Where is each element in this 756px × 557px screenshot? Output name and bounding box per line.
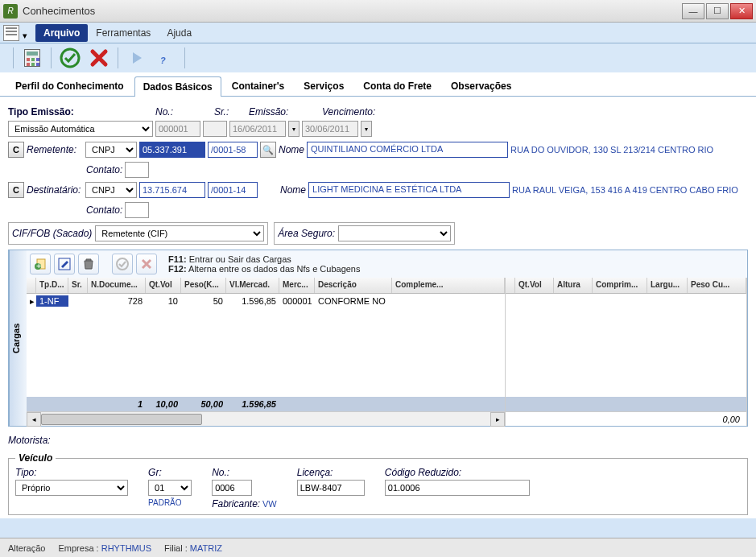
remetente-cnpj-a-input[interactable] xyxy=(139,142,205,158)
cargas-add-button[interactable]: + xyxy=(30,254,51,274)
destinatario-nome-display: LIGHT MEDICINA E ESTÉTICA LTDA xyxy=(308,182,510,198)
play-button[interactable] xyxy=(125,46,149,70)
destinatario-cnpj-b-input[interactable] xyxy=(208,182,258,198)
menu-ferramentas[interactable]: Ferramentas xyxy=(88,24,159,42)
tab-conta-frete[interactable]: Conta do Frete xyxy=(354,76,440,96)
hint-f12: F12: Alterna entre os dados das Nfs e Cu… xyxy=(168,264,361,274)
motorista-label: Motorista: xyxy=(8,435,51,446)
veiculo-fieldset: Veículo Tipo: Próprio Gr: 01 PADRÃO No.:… xyxy=(8,452,748,515)
titlebar: R Conhecimentos — ☐ ✕ xyxy=(0,0,756,23)
tab-observacoes[interactable]: Observações xyxy=(442,76,520,96)
ciffob-label: CIF/FOB (Sacado) xyxy=(12,228,92,239)
minimize-button[interactable]: — xyxy=(682,3,704,19)
veiculo-no-input[interactable] xyxy=(212,480,252,496)
confirm-button[interactable] xyxy=(58,46,82,70)
fabricante-label: Fabricante: xyxy=(212,498,260,510)
doc-icon[interactable] xyxy=(3,25,19,41)
area-seguro-select[interactable] xyxy=(338,225,451,241)
codigo-reduzido-label: Código Reduzido: xyxy=(385,467,530,478)
col-ndoc[interactable]: N.Docume... xyxy=(88,278,146,293)
remetente-c-button[interactable]: C xyxy=(8,142,24,158)
destinatario-label: Destinatário: xyxy=(27,184,83,196)
codigo-reduzido-input[interactable] xyxy=(385,480,530,496)
col-r-pesocu[interactable]: Peso Cu... xyxy=(688,278,746,293)
no-label: No.: xyxy=(155,106,173,118)
remetente-search-button[interactable]: 🔍 xyxy=(260,142,276,158)
tipo-emissao-select[interactable]: Emissão Automática xyxy=(8,121,153,137)
tab-containers[interactable]: Container's xyxy=(223,76,294,96)
destinatario-contato-label: Contato: xyxy=(86,204,122,216)
tipo-emissao-label: Tipo Emissão: xyxy=(8,106,74,118)
vencimento-drop-icon[interactable]: ▾ xyxy=(361,121,372,137)
h-scrollbar-left[interactable]: ◂ ▸ xyxy=(27,411,505,426)
cargas-cancel-button[interactable] xyxy=(136,254,157,274)
licenca-label: Licença: xyxy=(297,467,365,478)
calculator-button[interactable] xyxy=(20,46,44,70)
cargas-grid-left[interactable]: Tp.D... Sr. N.Docume... Qt.Vol Peso(K...… xyxy=(27,278,506,426)
gr-note: PADRÃO xyxy=(148,498,192,507)
destinatario-nome-label: Nome xyxy=(280,184,306,196)
col-vlmerc[interactable]: Vl.Mercad. xyxy=(226,278,279,293)
emissao-drop-icon[interactable]: ▾ xyxy=(288,121,300,137)
menu-arquivo[interactable]: Arquivo xyxy=(35,24,88,42)
add-icon: + xyxy=(34,258,47,270)
app-icon: R xyxy=(3,4,18,19)
table-row[interactable]: ▸ 1-NF 728 10 50 1.596,85 000001 CONFORM… xyxy=(27,294,505,308)
col-tpd[interactable]: Tp.D... xyxy=(36,278,68,293)
check-circle-icon xyxy=(115,257,130,271)
col-sr[interactable]: Sr. xyxy=(68,278,88,293)
cancel-button[interactable] xyxy=(87,46,111,70)
menu-ajuda[interactable]: Ajuda xyxy=(159,24,200,42)
tab-perfil[interactable]: Perfil do Conhecimento xyxy=(6,76,133,96)
close-button[interactable]: ✕ xyxy=(730,3,753,19)
maximize-button[interactable]: ☐ xyxy=(706,3,729,19)
cargas-delete-button[interactable] xyxy=(78,254,99,274)
col-desc[interactable]: Descrição xyxy=(315,278,392,293)
licenca-input[interactable] xyxy=(297,480,365,496)
cargas-side-tab[interactable]: Cargas xyxy=(9,250,27,426)
vencimento-label: Vencimento: xyxy=(322,106,375,118)
destinatario-doctype-select[interactable]: CNPJ xyxy=(85,182,137,198)
destinatario-cnpj-a-input[interactable] xyxy=(139,182,205,198)
toolbar: ? xyxy=(0,43,756,72)
col-r-comprim[interactable]: Comprim... xyxy=(593,278,647,293)
cargas-confirm-button[interactable] xyxy=(112,254,133,274)
remetente-contato-input[interactable] xyxy=(125,162,149,178)
gr-select[interactable]: 01 xyxy=(148,480,192,496)
sr-input xyxy=(203,121,227,137)
remetente-contato-label: Contato: xyxy=(86,164,122,175)
col-peso[interactable]: Peso(K... xyxy=(181,278,226,293)
right-total: 0,00 xyxy=(506,411,746,426)
cargas-edit-button[interactable] xyxy=(54,254,75,274)
status-filial: Filial : MATRIZ xyxy=(164,543,222,553)
fabricante-value: VW xyxy=(262,499,277,509)
menubar: ▾ Arquivo Ferramentas Ajuda xyxy=(0,23,756,43)
col-merc[interactable]: Merc... xyxy=(279,278,315,293)
col-r-qtvol[interactable]: Qt.Vol xyxy=(515,278,554,293)
edit-icon xyxy=(58,258,71,270)
col-r-altura[interactable]: Altura xyxy=(554,278,593,293)
status-mode: Alteração xyxy=(8,543,45,553)
remetente-cnpj-b-input[interactable] xyxy=(208,142,258,158)
ciffob-select[interactable]: Remetente (CIF) xyxy=(95,225,264,241)
veiculo-legend: Veículo xyxy=(15,452,56,464)
col-r-largu[interactable]: Largu... xyxy=(647,278,688,293)
search-icon: 🔍 xyxy=(262,145,274,155)
emissao-input xyxy=(229,121,286,137)
help-button[interactable]: ? xyxy=(154,46,178,70)
destinatario-c-button[interactable]: C xyxy=(8,182,24,198)
remetente-doctype-select[interactable]: CNPJ xyxy=(85,142,137,158)
col-compl[interactable]: Compleme... xyxy=(392,278,505,293)
status-bar: Alteração Empresa : RHYTHMUS Filial : MA… xyxy=(0,538,756,557)
col-qtvol[interactable]: Qt.Vol xyxy=(146,278,181,293)
tab-dados-basicos[interactable]: Dados Básicos xyxy=(134,76,221,97)
destinatario-contato-input[interactable] xyxy=(125,202,149,218)
destinatario-endereco: RUA RAUL VEIGA, 153 416 A 419 CENTRO CAB… xyxy=(512,185,738,195)
doc-drop-icon[interactable]: ▾ xyxy=(23,31,29,35)
tab-servicos[interactable]: Serviços xyxy=(295,76,353,96)
vencimento-input xyxy=(302,121,358,137)
cargas-grid-right[interactable]: Qt.Vol Altura Comprim... Largu... Peso C… xyxy=(506,278,747,426)
tipo-select[interactable]: Próprio xyxy=(15,480,128,496)
x-icon xyxy=(139,257,154,271)
hint-f11: F11: Entrar ou Sair das Cargas xyxy=(168,254,361,264)
